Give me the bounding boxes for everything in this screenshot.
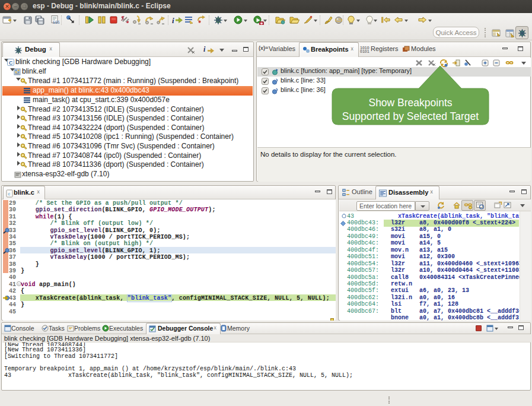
svg-text:Show Breakpoints: Show Breakpoints xyxy=(368,97,452,109)
svg-text:555: 555 xyxy=(53,21,60,25)
svg-text:C: C xyxy=(9,60,13,66)
svg-text:c: c xyxy=(8,191,10,196)
svg-text:Supported by Selected Target: Supported by Selected Target xyxy=(342,110,479,122)
